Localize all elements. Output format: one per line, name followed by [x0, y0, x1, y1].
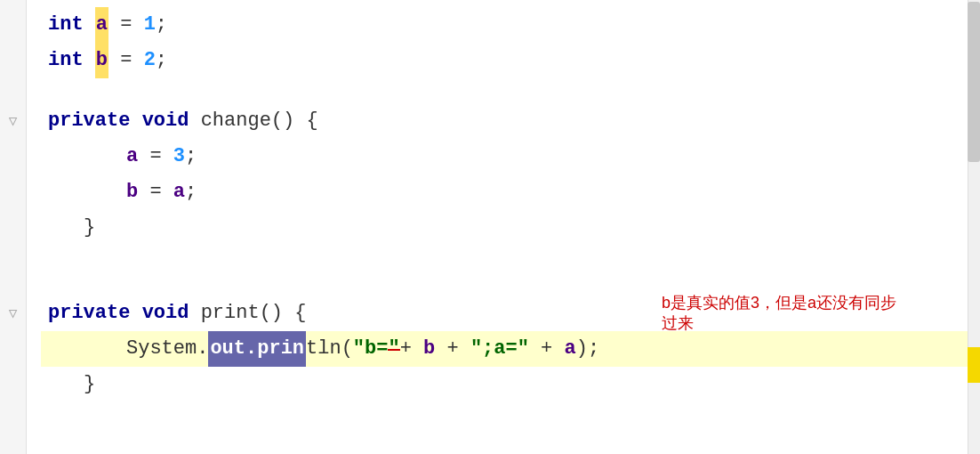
num-3: 3 — [173, 139, 185, 174]
scrollbar[interactable] — [968, 0, 980, 454]
fold-marker-change[interactable]: ▽ — [4, 103, 22, 139]
keyword-int-2: int — [48, 43, 84, 78]
gutter-blank — [4, 246, 22, 271]
annotation-text: b是真实的值3，但是a还没有同步 过来 — [662, 293, 896, 335]
semi-4: ; — [185, 174, 197, 210]
gutter-blank — [4, 43, 22, 78]
gutter-blank — [4, 331, 22, 367]
semi-3: ; — [185, 139, 197, 174]
equals-1: = — [108, 7, 144, 43]
code-line-2: int b = 2 ; — [41, 43, 968, 78]
gutter-blank — [4, 78, 22, 103]
main-container: ▽ ▽ int a = 1 ; int b = 2 ; — [0, 0, 980, 454]
code-line-7: private void print() { b是真实的值3，但是a还没有同步 … — [41, 296, 968, 331]
code-line-8: System.out.println("b="+ b + ";a=" + a); — [41, 331, 968, 367]
equals-4: = — [138, 174, 173, 210]
gutter-blank — [4, 7, 22, 43]
keyword-private-2: private — [48, 296, 130, 331]
concat-b: + — [400, 331, 423, 367]
method-change: change() { — [189, 103, 317, 139]
string-a: ";a=" — [470, 331, 529, 367]
var-b-decl: b — [95, 43, 108, 78]
annotation-line1: b是真实的值3，但是a还没有同步 — [662, 293, 896, 313]
code-line-1: int a = 1 ; — [41, 7, 968, 43]
code-line-3: private void change() { — [41, 103, 968, 139]
num-2: 2 — [144, 43, 156, 78]
var-b-assign: b — [126, 174, 138, 210]
var-b-ref: b — [423, 331, 435, 367]
equals-3: = — [138, 139, 173, 174]
gutter-blank — [4, 367, 22, 402]
var-a-ref2: a — [565, 331, 576, 367]
strikethrough-quote: " — [388, 331, 399, 367]
string-b: "b= — [353, 331, 389, 367]
gutter-blank — [4, 271, 22, 296]
code-line-9: } — [41, 367, 968, 402]
concat-a: + — [529, 331, 565, 367]
gutter-blank — [4, 174, 22, 210]
fold-marker-print[interactable]: ▽ — [4, 296, 22, 331]
var-a-decl: a — [95, 7, 108, 43]
scrollbar-thumb[interactable] — [968, 2, 980, 162]
space — [130, 296, 141, 331]
code-line-5: b = a ; — [41, 174, 968, 210]
system-ref: System. — [126, 331, 208, 367]
space — [130, 103, 141, 139]
keyword-void-2: void — [142, 296, 189, 331]
keyword-void-1: void — [142, 103, 189, 139]
out-highlight: out.prin — [208, 331, 306, 367]
blank-line-1 — [41, 78, 968, 103]
close-paren: ); — [576, 331, 599, 367]
gutter-blank — [4, 139, 22, 174]
space — [84, 7, 95, 43]
code-line-6: } — [41, 210, 968, 246]
equals-2: = — [108, 43, 144, 78]
concat-semi: + — [435, 331, 470, 367]
gutter: ▽ ▽ — [0, 0, 27, 454]
num-1: 1 — [144, 7, 156, 43]
yellow-position-marker — [968, 347, 980, 383]
code-line-4: a = 3 ; — [41, 139, 968, 174]
method-print: print() { — [189, 296, 306, 331]
println-rest: tln( — [306, 331, 353, 367]
var-a-assign: a — [126, 139, 138, 174]
close-brace-2: } — [84, 367, 95, 402]
space — [84, 43, 95, 78]
code-area: int a = 1 ; int b = 2 ; private void cha… — [27, 0, 968, 454]
keyword-int-1: int — [48, 7, 84, 43]
close-brace-1: } — [84, 210, 95, 246]
keyword-private-1: private — [48, 103, 130, 139]
gutter-blank — [4, 210, 22, 246]
var-a-ref: a — [173, 174, 185, 210]
semi-2: ; — [156, 43, 167, 78]
blank-line-2 — [41, 246, 968, 271]
semi-1: ; — [156, 7, 167, 43]
